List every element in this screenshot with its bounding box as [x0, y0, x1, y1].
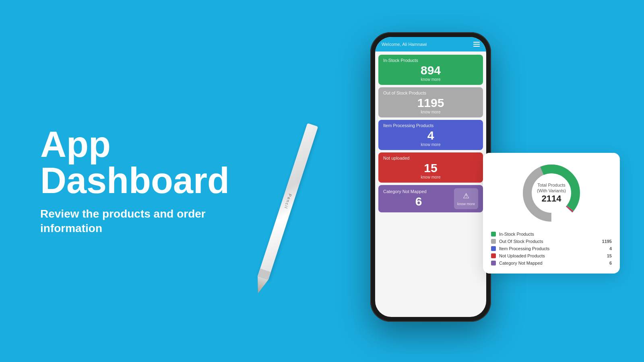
- card-category-not-mapped[interactable]: Category Not Mapped 6 ⚠ know more: [378, 185, 483, 212]
- card-item-processing-number: 4: [383, 129, 478, 142]
- subtitle: Review the products and order informatio…: [40, 207, 209, 236]
- hamburger-icon[interactable]: [473, 42, 480, 47]
- donut-title: Total Products (With Variants): [537, 182, 566, 194]
- card-item-processing[interactable]: Item Processing Products 4 know more: [378, 120, 483, 150]
- card-item-processing-know-more[interactable]: know more: [383, 142, 478, 147]
- legend-value-item-processing: 4: [609, 246, 612, 251]
- legend-label-in-stock: In-Stock Products: [499, 232, 609, 237]
- card-in-stock[interactable]: In-Stock Products 894 know more: [378, 55, 483, 85]
- phone-header: Welcome, Ali Hamnawi: [375, 37, 486, 51]
- card-category-label: Category Not Mapped: [383, 189, 454, 194]
- hamburger-line: [473, 42, 480, 43]
- pencil-body: Pencil: [258, 123, 318, 280]
- card-category-number: 6: [383, 195, 454, 208]
- card-in-stock-label: In-Stock Products: [383, 58, 478, 63]
- legend-label-not-uploaded: Not Uploaded Products: [499, 253, 604, 258]
- chart-card: Total Products (With Variants) 2114 In-S…: [483, 153, 620, 274]
- card-not-uploaded-label: Not uploaded: [383, 156, 478, 160]
- legend-label-out-of-stock: Out Of Stock Products: [499, 239, 599, 244]
- legend-item-processing: Item Processing Products 4: [491, 246, 612, 251]
- card-not-uploaded[interactable]: Not uploaded 15 know more: [378, 152, 483, 183]
- legend-dot-category: [491, 261, 496, 265]
- left-section: App Dashboard Review the products and or…: [40, 126, 229, 236]
- legend-out-of-stock: Out Of Stock Products 1195: [491, 239, 612, 244]
- phone-mockup: Welcome, Ali Hamnawi In-Stock Products 8…: [370, 32, 491, 322]
- legend-label-category: Category Not Mapped: [499, 261, 606, 265]
- chart-legend: In-Stock Products Out Of Stock Products …: [491, 232, 612, 265]
- legend-label-item-processing: Item Processing Products: [499, 246, 606, 251]
- legend-value-category: 6: [609, 261, 612, 265]
- pencil-label: Pencil: [283, 193, 293, 210]
- title-line1: App: [40, 124, 111, 165]
- phone-header-text: Welcome, Ali Hamnawi: [382, 42, 427, 47]
- pencil-decoration: Pencil: [248, 115, 323, 304]
- category-right: ⚠ know more: [454, 188, 478, 209]
- legend-dot-not-uploaded: [491, 253, 496, 258]
- donut-center-text: Total Products (With Variants) 2114: [537, 182, 566, 204]
- card-out-of-stock-number: 1195: [383, 96, 478, 110]
- legend-dot-out-of-stock: [491, 239, 496, 244]
- category-left: Category Not Mapped 6: [383, 189, 454, 208]
- warning-icon: ⚠: [463, 191, 469, 200]
- card-out-of-stock[interactable]: Out of Stock Products 1195 know more: [378, 87, 483, 117]
- card-item-processing-label: Item Processing Products: [383, 123, 478, 128]
- card-not-uploaded-know-more[interactable]: know more: [383, 175, 478, 179]
- card-not-uploaded-number: 15: [383, 161, 478, 175]
- legend-not-uploaded: Not Uploaded Products 15: [491, 253, 612, 258]
- card-out-of-stock-know-more[interactable]: know more: [383, 110, 478, 114]
- donut-total: 2114: [537, 193, 566, 204]
- legend-in-stock: In-Stock Products: [491, 232, 612, 237]
- card-in-stock-number: 894: [383, 64, 478, 77]
- card-category-know-more[interactable]: know more: [457, 202, 475, 206]
- dashboard-cards: In-Stock Products 894 know more Out of S…: [375, 51, 486, 317]
- title-line2: Dashboard: [40, 160, 229, 201]
- pencil-tip: [253, 276, 268, 295]
- legend-dot-item-processing: [491, 246, 496, 251]
- legend-dot-in-stock: [491, 232, 496, 237]
- phone-screen: Welcome, Ali Hamnawi In-Stock Products 8…: [375, 37, 486, 317]
- phone-frame: Welcome, Ali Hamnawi In-Stock Products 8…: [370, 32, 491, 322]
- hamburger-line: [473, 46, 480, 47]
- card-out-of-stock-label: Out of Stock Products: [383, 90, 478, 95]
- card-in-stock-know-more[interactable]: know more: [383, 77, 478, 82]
- app-title: App Dashboard: [40, 126, 229, 199]
- hamburger-line: [473, 44, 480, 45]
- donut-container: Total Products (With Variants) 2114: [491, 161, 612, 225]
- legend-category: Category Not Mapped 6: [491, 261, 612, 265]
- legend-value-not-uploaded: 15: [607, 253, 612, 258]
- legend-value-out-of-stock: 1195: [602, 239, 612, 244]
